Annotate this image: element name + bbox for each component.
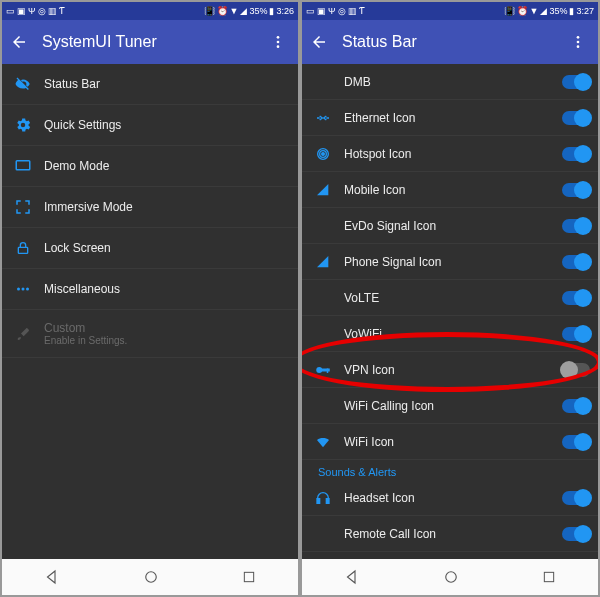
row-remote-call[interactable]: Remote Call Icon [302, 516, 598, 552]
clock: 3:27 [576, 6, 594, 16]
row-label: Ethernet Icon [344, 111, 562, 125]
ethernet-icon [302, 110, 344, 126]
row-label: Miscellaneous [44, 282, 290, 296]
row-volte[interactable]: VoLTE [302, 280, 598, 316]
svg-point-5 [17, 288, 20, 291]
appbar: SystemUI Tuner [2, 20, 298, 64]
row-immersive-mode[interactable]: Immersive Mode [2, 187, 298, 228]
android-statusbar: ▭ ▣ Ψ ◎ ▥ Ƭ 📳 ⏰ ▼ ◢ 35% ▮ 3:27 [302, 2, 598, 20]
row-vpn[interactable]: VPN Icon [302, 352, 598, 388]
monitor-icon [2, 157, 44, 175]
nav-recent[interactable] [541, 569, 557, 585]
row-dmb[interactable]: DMB [302, 64, 598, 100]
row-wifi[interactable]: WiFi Icon [302, 424, 598, 460]
vibrate-icon: 📳 [504, 6, 515, 16]
row-demo-mode[interactable]: Demo Mode [2, 146, 298, 187]
appbar: Status Bar [302, 20, 598, 64]
row-label: Quick Settings [44, 118, 290, 132]
row-sublabel: Enable in Settings. [44, 335, 127, 346]
toggle-switch[interactable] [562, 111, 590, 125]
toggle-switch[interactable] [562, 75, 590, 89]
row-mobile[interactable]: Mobile Icon [302, 172, 598, 208]
back-button[interactable] [10, 33, 28, 51]
notif-icon: ◎ [338, 6, 346, 16]
row-status-bar[interactable]: Status Bar [2, 64, 298, 105]
no-sim-icon: ◢ [240, 6, 247, 16]
svg-rect-22 [545, 572, 554, 581]
phone-left: ▭ ▣ Ψ ◎ ▥ Ƭ 📳 ⏰ ▼ ◢ 35% ▮ 3:26 SystemUI … [2, 2, 298, 595]
svg-rect-4 [18, 247, 27, 253]
back-button[interactable] [310, 33, 328, 51]
row-label: WiFi Icon [344, 435, 562, 449]
row-hotspot[interactable]: Hotspot Icon [302, 136, 598, 172]
svg-point-21 [446, 572, 457, 583]
overflow-menu[interactable] [266, 34, 290, 50]
row-label: Immersive Mode [44, 200, 290, 214]
svg-point-12 [577, 45, 580, 48]
signal-icon [302, 254, 344, 270]
android-navbar [2, 559, 298, 595]
dots-icon [2, 280, 44, 298]
nav-home[interactable] [142, 568, 160, 586]
row-label: DMB [344, 75, 562, 89]
row-phone-signal[interactable]: Phone Signal Icon [302, 244, 598, 280]
row-miscellaneous[interactable]: Miscellaneous [2, 269, 298, 310]
toggle-switch[interactable] [562, 399, 590, 413]
battery-icon: ▮ [569, 6, 574, 16]
toggle-switch[interactable] [562, 327, 590, 341]
toggle-switch[interactable] [562, 255, 590, 269]
fullscreen-icon [2, 198, 44, 216]
clock: 3:26 [276, 6, 294, 16]
notif-icon: ▣ [17, 6, 26, 16]
nav-back[interactable] [343, 568, 361, 586]
notif-icon: ◎ [38, 6, 46, 16]
lock-icon [2, 240, 44, 256]
toggle-switch[interactable] [562, 363, 590, 377]
toggle-list: DMB Ethernet Icon Hotspot Icon Mobile Ic… [302, 64, 598, 559]
toggle-switch[interactable] [562, 291, 590, 305]
svg-point-11 [577, 41, 580, 44]
row-quick-settings[interactable]: Quick Settings [2, 105, 298, 146]
toggle-switch[interactable] [562, 527, 590, 541]
alarm-icon: ⏰ [217, 6, 228, 16]
vibrate-icon: 📳 [204, 6, 215, 16]
notif-icon: ▭ [6, 6, 15, 16]
nav-back[interactable] [43, 568, 61, 586]
row-ethernet[interactable]: Ethernet Icon [302, 100, 598, 136]
row-label: Hotspot Icon [344, 147, 562, 161]
row-lock-screen[interactable]: Lock Screen [2, 228, 298, 269]
row-evdo[interactable]: EvDo Signal Icon [302, 208, 598, 244]
row-vowifi[interactable]: VoWiFi [302, 316, 598, 352]
svg-point-2 [277, 45, 280, 48]
row-label: Mobile Icon [344, 183, 562, 197]
nav-recent[interactable] [241, 569, 257, 585]
toggle-switch[interactable] [562, 183, 590, 197]
notif-icon: Ƭ [359, 6, 365, 16]
nav-home[interactable] [442, 568, 460, 586]
notif-icon: Ψ [328, 6, 336, 16]
toggle-switch[interactable] [562, 491, 590, 505]
brush-icon [2, 326, 44, 342]
row-label: Phone Signal Icon [344, 255, 562, 269]
svg-rect-17 [321, 368, 330, 371]
row-label: WiFi Calling Icon [344, 399, 562, 413]
notif-icon: ▭ [306, 6, 315, 16]
row-headset[interactable]: Headset Icon [302, 480, 598, 516]
overflow-menu[interactable] [566, 34, 590, 50]
wifi-icon: ▼ [530, 6, 539, 16]
notif-icon: Ƭ [59, 6, 65, 16]
svg-point-6 [22, 288, 25, 291]
vpn-key-icon [302, 361, 344, 379]
hotspot-icon [302, 146, 344, 162]
toggle-switch[interactable] [562, 435, 590, 449]
section-sounds-alerts: Sounds & Alerts [302, 460, 598, 480]
row-wifi-calling[interactable]: WiFi Calling Icon [302, 388, 598, 424]
appbar-title: Status Bar [342, 33, 566, 51]
toggle-switch[interactable] [562, 147, 590, 161]
toggle-switch[interactable] [562, 219, 590, 233]
row-label: Demo Mode [44, 159, 290, 173]
row-custom: Custom Enable in Settings. [2, 310, 298, 358]
svg-point-0 [277, 36, 280, 39]
gear-icon [2, 116, 44, 134]
wifi-icon [302, 434, 344, 450]
